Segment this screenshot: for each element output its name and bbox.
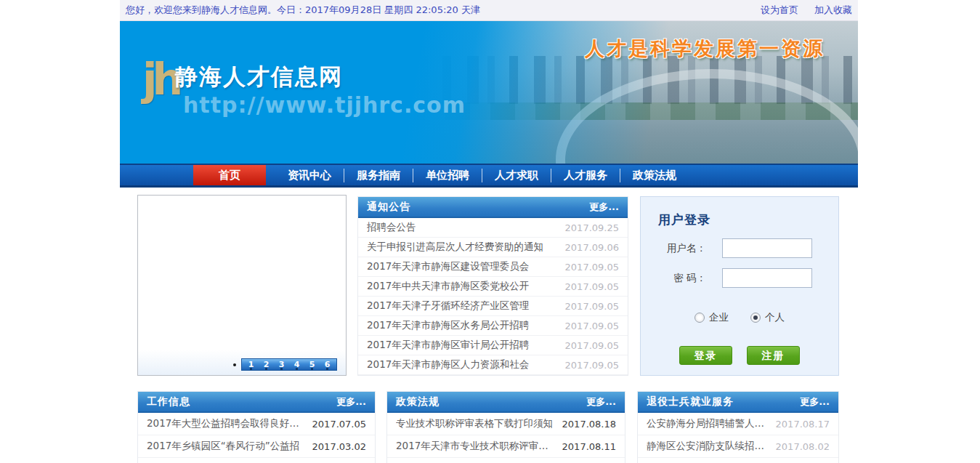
news-date: 2017.09.05 xyxy=(565,281,619,292)
carousel-page-number[interactable]: 2 xyxy=(259,359,274,370)
personal-radio-label[interactable]: 个人 xyxy=(765,311,785,324)
panel-title: 通知公告 xyxy=(367,201,410,214)
news-date: 2017.09.25 xyxy=(565,222,619,233)
policy-list: 专业技术职称评审表格下载打印须知 2017.08.18 2017年天津市专业技术… xyxy=(387,413,625,463)
company-radio-group[interactable]: 企业 xyxy=(694,311,729,324)
nav-menu: 资讯中心 服务指南 单位招聘 人才求职 人才服务 政策法规 xyxy=(275,165,689,185)
register-button[interactable]: 注册 xyxy=(747,346,800,365)
site-title: 静海人才信息网 xyxy=(175,62,343,92)
list-item[interactable]: 2017年“春风行动”大型公益招聘会 2017.03.27 xyxy=(138,458,375,463)
job-list: 2017年大型公益招聘会取得良好效果 2017.07.05 2017年乡镇园区“… xyxy=(138,413,375,463)
news-date: 2017.09.05 xyxy=(565,360,619,371)
username-field[interactable] xyxy=(722,238,812,258)
greeting-text: 您好，欢迎您来到静海人才信息网。今日：2017年09月28日 星期四 22:05… xyxy=(126,4,480,17)
news-date: 2017.09.05 xyxy=(565,340,619,351)
news-title[interactable]: 2017年大型公益招聘会取得良好效果 xyxy=(147,417,307,430)
main-nav: 首页 资讯中心 服务指南 单位招聘 人才求职 人才服务 政策法规 xyxy=(120,164,858,188)
news-title[interactable]: 公安静海分局招聘辅警人员简章 xyxy=(647,417,770,430)
carousel-page-number[interactable]: 1 xyxy=(243,359,259,370)
carousel-bullet-icon xyxy=(233,363,236,366)
login-title: 用户登录 xyxy=(658,212,838,228)
list-item[interactable]: 2017年天津市静海区审计局公开招聘 2017.09.05 xyxy=(358,336,628,355)
job-info-panel: 工作信息 更多... 2017年大型公益招聘会取得良好效果 2017.07.05… xyxy=(137,391,376,463)
news-date: 2017.08.11 xyxy=(562,441,616,452)
login-button[interactable]: 登录 xyxy=(679,346,732,365)
company-radio-label[interactable]: 企业 xyxy=(709,311,729,324)
list-item[interactable]: 2017年天津市静海区人力资源和社会 2017.09.05 xyxy=(358,355,628,375)
page: 您好，欢迎您来到静海人才信息网。今日：2017年09月28日 星期四 22:05… xyxy=(0,0,980,463)
more-link[interactable]: 更多... xyxy=(800,395,830,408)
news-title[interactable]: 2017年乡镇园区“春风行动”公益招 xyxy=(147,440,307,453)
carousel-page-number[interactable]: 6 xyxy=(320,359,335,370)
news-date: 2017.08.02 xyxy=(776,441,830,452)
list-item[interactable]: 职称管理信息系统操作手册 2017.08.09 xyxy=(387,458,625,463)
list-item[interactable]: 2017年天津子牙循环经济产业区管理 2017.09.05 xyxy=(358,297,628,316)
policy-panel: 政策法规 更多... 专业技术职称评审表格下载打印须知 2017.08.18 2… xyxy=(386,391,625,463)
list-item[interactable]: 2017年天津市静海区水务局公开招聘 2017.09.05 xyxy=(358,316,628,336)
news-title[interactable]: 2017年天津市静海区审计局公开招聘 xyxy=(367,339,559,352)
policy-panel-header: 政策法规 更多... xyxy=(387,392,625,413)
radio-company[interactable] xyxy=(694,313,705,323)
notice-panel-header: 通知公告 更多... xyxy=(358,197,628,218)
list-item[interactable]: 2017年天津市专业技术职称评审高中 2017.08.11 xyxy=(387,435,625,458)
nav-item-home[interactable]: 首页 xyxy=(193,165,266,185)
set-home-link[interactable]: 设为首页 xyxy=(761,4,798,17)
username-label: 用户名： xyxy=(657,242,706,255)
nav-item[interactable]: 服务指南 xyxy=(344,169,413,182)
nav-item[interactable]: 政策法规 xyxy=(620,169,689,182)
header-banner: jh 静海人才信息网 http://www.tjjhrc.com 人才是科学发展… xyxy=(120,21,858,164)
carousel-page-number[interactable]: 4 xyxy=(289,359,304,370)
list-item[interactable]: 公安静海分局招聘辅警人员简章 2017.08.17 xyxy=(638,413,838,435)
notice-list: 招聘会公告 2017.09.25 关于申报引进高层次人才经费资助的通知 2017… xyxy=(358,218,628,375)
news-title[interactable]: 2017年天津市静海区建设管理委员会 xyxy=(367,260,559,273)
nav-item[interactable]: 单位招聘 xyxy=(413,169,482,182)
list-item[interactable]: 防员简章 xyxy=(638,458,838,463)
carousel-page-number[interactable]: 3 xyxy=(274,359,289,370)
banner-slogan: 人才是科学发展第一资源 xyxy=(585,36,825,62)
news-title[interactable]: 2017年天津市静海区水务局公开招聘 xyxy=(367,319,559,332)
news-title[interactable]: 2017年中共天津市静海区委党校公开 xyxy=(367,280,559,293)
list-item[interactable]: 2017年大型公益招聘会取得良好效果 2017.07.05 xyxy=(138,413,375,435)
list-item[interactable]: 静海区公安消防支队续招合同制消 2017.08.02 xyxy=(638,435,838,458)
notice-panel: 通知公告 更多... 招聘会公告 2017.09.25 关于申报引进高层次人才经… xyxy=(357,196,628,376)
list-item[interactable]: 2017年乡镇园区“春风行动”公益招 2017.03.02 xyxy=(138,435,375,458)
news-date: 2017.09.05 xyxy=(565,321,619,331)
radio-personal[interactable] xyxy=(750,313,761,323)
veteran-services-panel: 退役士兵就业服务 更多... 公安静海分局招聘辅警人员简章 2017.08.17… xyxy=(637,391,839,463)
news-date: 2017.03.02 xyxy=(312,441,366,452)
news-date: 2017.08.18 xyxy=(562,419,616,430)
news-title[interactable]: 静海区公安消防支队续招合同制消 xyxy=(647,440,770,453)
news-date: 2017.08.17 xyxy=(776,419,830,430)
news-title[interactable]: 2017年天津子牙循环经济产业区管理 xyxy=(367,299,559,313)
image-carousel[interactable]: 1 2 3 4 5 6 xyxy=(137,195,347,376)
news-title[interactable]: 2017年天津市静海区人力资源和社会 xyxy=(367,358,559,371)
list-item[interactable]: 专业技术职称评审表格下载打印须知 2017.08.18 xyxy=(387,413,625,435)
list-item[interactable]: 2017年天津市静海区建设管理委员会 2017.09.05 xyxy=(358,257,628,277)
panel-title: 工作信息 xyxy=(147,395,190,408)
list-item[interactable]: 2017年中共天津市静海区委党校公开 2017.09.05 xyxy=(358,277,628,297)
nav-item[interactable]: 人才求职 xyxy=(482,169,551,182)
more-link[interactable]: 更多... xyxy=(336,395,366,408)
login-panel: 用户登录 用户名： 密 码： 企业 个人 登录 注册 xyxy=(640,196,839,376)
news-title[interactable]: 2017年天津市专业技术职称评审高中 xyxy=(396,440,556,453)
password-field[interactable] xyxy=(722,268,812,288)
news-title[interactable]: 招聘会公告 xyxy=(367,221,559,234)
news-title[interactable]: 专业技术职称评审表格下载打印须知 xyxy=(396,417,556,430)
carousel-page-number[interactable]: 5 xyxy=(304,359,320,370)
personal-radio-group[interactable]: 个人 xyxy=(750,311,785,324)
password-label: 密 码： xyxy=(657,272,706,285)
nav-item[interactable]: 人才服务 xyxy=(551,169,620,182)
site-url: http://www.tjjhrc.com xyxy=(183,92,466,118)
panel-title: 政策法规 xyxy=(396,395,440,408)
news-date: 2017.07.05 xyxy=(312,419,366,430)
add-favorite-link[interactable]: 加入收藏 xyxy=(814,4,852,17)
veteran-list: 公安静海分局招聘辅警人员简章 2017.08.17 静海区公安消防支队续招合同制… xyxy=(638,413,838,463)
nav-item[interactable]: 资讯中心 xyxy=(275,169,344,182)
news-date: 2017.09.06 xyxy=(565,242,619,253)
more-link[interactable]: 更多... xyxy=(589,201,619,214)
list-item[interactable]: 关于申报引进高层次人才经费资助的通知 2017.09.06 xyxy=(358,238,628,257)
job-panel-header: 工作信息 更多... xyxy=(138,392,375,413)
list-item[interactable]: 招聘会公告 2017.09.25 xyxy=(358,218,628,238)
news-title[interactable]: 关于申报引进高层次人才经费资助的通知 xyxy=(367,241,559,254)
more-link[interactable]: 更多... xyxy=(586,395,616,408)
